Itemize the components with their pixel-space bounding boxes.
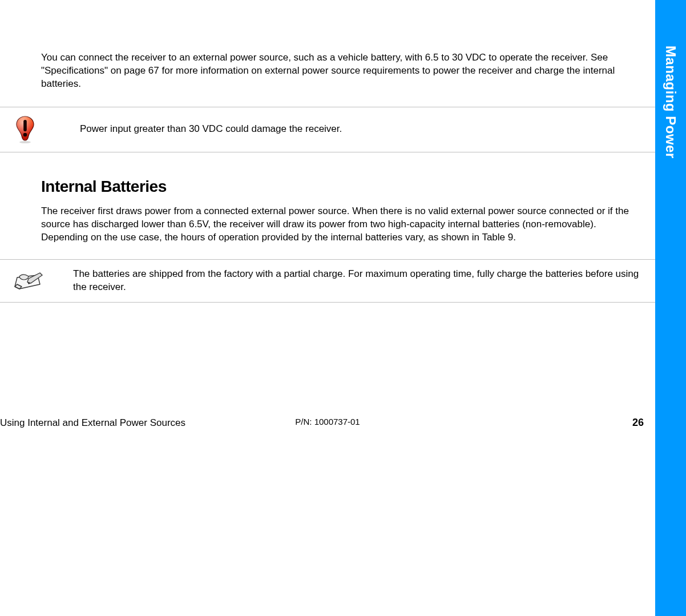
svg-rect-0 bbox=[23, 120, 27, 131]
page-footer: Using Internal and External Power Source… bbox=[0, 417, 655, 429]
svg-point-2 bbox=[19, 141, 31, 143]
footer-page-number: 26 bbox=[632, 417, 644, 429]
chapter-tab: Managing Power bbox=[655, 0, 686, 616]
page-body: You can connect the receiver to an exter… bbox=[0, 0, 655, 616]
footer-section-title: Using Internal and External Power Source… bbox=[0, 417, 185, 429]
section-body: The receiver first draws power from a co… bbox=[41, 205, 639, 244]
footer-part-number: P/N: 1000737-01 bbox=[295, 417, 360, 426]
chapter-tab-label: Managing Power bbox=[663, 46, 679, 159]
note-text: The batteries are shipped from the facto… bbox=[46, 268, 644, 294]
intro-paragraph: You can connect the receiver to an exter… bbox=[41, 51, 644, 91]
note-icon bbox=[11, 269, 46, 292]
section-heading-internal-batteries: Internal Batteries bbox=[41, 178, 644, 196]
warning-text: Power input greater than 30 VDC could da… bbox=[46, 123, 342, 136]
svg-point-1 bbox=[23, 133, 27, 137]
warning-callout: Power input greater than 30 VDC could da… bbox=[0, 107, 655, 152]
note-callout: The batteries are shipped from the facto… bbox=[0, 259, 655, 303]
warning-icon bbox=[11, 115, 46, 144]
